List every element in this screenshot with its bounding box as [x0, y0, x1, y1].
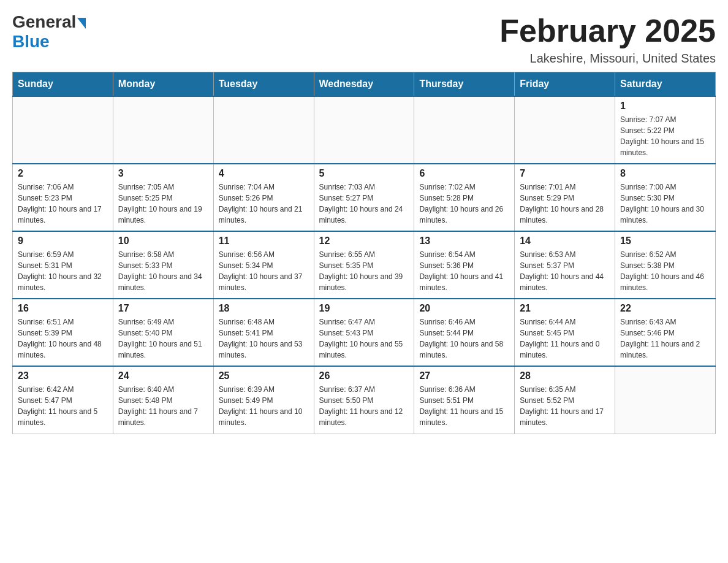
day-number: 19	[319, 303, 409, 314]
day-number: 12	[319, 236, 409, 247]
calendar-cell: 2Sunrise: 7:06 AMSunset: 5:23 PMDaylight…	[13, 164, 113, 231]
header-saturday: Saturday	[615, 72, 716, 97]
day-sun-info: Sunrise: 7:02 AMSunset: 5:28 PMDaylight:…	[419, 182, 509, 226]
calendar-cell: 22Sunrise: 6:43 AMSunset: 5:46 PMDayligh…	[615, 299, 716, 366]
calendar-cell: 13Sunrise: 6:54 AMSunset: 5:36 PMDayligh…	[414, 231, 515, 299]
day-number: 25	[219, 370, 309, 381]
calendar-cell: 14Sunrise: 6:53 AMSunset: 5:37 PMDayligh…	[515, 231, 615, 299]
calendar-cell: 3Sunrise: 7:05 AMSunset: 5:25 PMDaylight…	[113, 164, 213, 231]
day-number: 8	[620, 168, 710, 179]
day-sun-info: Sunrise: 6:36 AMSunset: 5:51 PMDaylight:…	[419, 384, 509, 428]
calendar-cell: 6Sunrise: 7:02 AMSunset: 5:28 PMDaylight…	[414, 164, 515, 231]
day-number: 24	[118, 370, 208, 381]
calendar-cell: 27Sunrise: 6:36 AMSunset: 5:51 PMDayligh…	[414, 366, 515, 434]
calendar-cell: 25Sunrise: 6:39 AMSunset: 5:49 PMDayligh…	[213, 366, 314, 434]
calendar-week-2: 2Sunrise: 7:06 AMSunset: 5:23 PMDaylight…	[13, 164, 716, 231]
calendar-cell: 7Sunrise: 7:01 AMSunset: 5:29 PMDaylight…	[515, 164, 615, 231]
day-number: 20	[419, 303, 509, 314]
calendar-cell: 21Sunrise: 6:44 AMSunset: 5:45 PMDayligh…	[515, 299, 615, 366]
day-sun-info: Sunrise: 7:03 AMSunset: 5:27 PMDaylight:…	[319, 182, 409, 226]
logo-general-text: General	[12, 12, 76, 32]
calendar-cell: 9Sunrise: 6:59 AMSunset: 5:31 PMDaylight…	[13, 231, 113, 299]
header-sunday: Sunday	[13, 72, 113, 97]
day-number: 9	[18, 236, 108, 247]
calendar-week-3: 9Sunrise: 6:59 AMSunset: 5:31 PMDaylight…	[13, 231, 716, 299]
day-sun-info: Sunrise: 7:04 AMSunset: 5:26 PMDaylight:…	[219, 182, 309, 226]
day-sun-info: Sunrise: 6:48 AMSunset: 5:41 PMDaylight:…	[219, 316, 309, 361]
day-sun-info: Sunrise: 6:37 AMSunset: 5:50 PMDaylight:…	[319, 384, 409, 428]
calendar-week-4: 16Sunrise: 6:51 AMSunset: 5:39 PMDayligh…	[13, 299, 716, 366]
day-sun-info: Sunrise: 6:55 AMSunset: 5:35 PMDaylight:…	[319, 249, 409, 293]
calendar-cell: 28Sunrise: 6:35 AMSunset: 5:52 PMDayligh…	[515, 366, 615, 434]
calendar-cell: 8Sunrise: 7:00 AMSunset: 5:30 PMDaylight…	[615, 164, 716, 231]
calendar-cell	[13, 96, 113, 164]
day-number: 14	[520, 236, 610, 247]
day-number: 21	[520, 303, 610, 314]
day-sun-info: Sunrise: 6:40 AMSunset: 5:48 PMDaylight:…	[118, 384, 208, 428]
day-sun-info: Sunrise: 6:51 AMSunset: 5:39 PMDaylight:…	[18, 316, 108, 361]
calendar-week-5: 23Sunrise: 6:42 AMSunset: 5:47 PMDayligh…	[13, 366, 716, 434]
day-number: 11	[219, 236, 309, 247]
calendar-week-1: 1Sunrise: 7:07 AMSunset: 5:22 PMDaylight…	[13, 96, 716, 164]
calendar-cell: 20Sunrise: 6:46 AMSunset: 5:44 PMDayligh…	[414, 299, 515, 366]
day-sun-info: Sunrise: 6:44 AMSunset: 5:45 PMDaylight:…	[520, 316, 610, 361]
day-number: 2	[18, 168, 108, 179]
day-sun-info: Sunrise: 6:49 AMSunset: 5:40 PMDaylight:…	[118, 316, 208, 361]
day-number: 13	[419, 236, 509, 247]
header-wednesday: Wednesday	[314, 72, 414, 97]
header-friday: Friday	[515, 72, 615, 97]
day-number: 1	[620, 101, 710, 112]
day-sun-info: Sunrise: 6:39 AMSunset: 5:49 PMDaylight:…	[219, 384, 309, 428]
calendar-table: SundayMondayTuesdayWednesdayThursdayFrid…	[12, 72, 716, 434]
calendar-cell: 26Sunrise: 6:37 AMSunset: 5:50 PMDayligh…	[314, 366, 414, 434]
header-thursday: Thursday	[414, 72, 515, 97]
day-number: 28	[520, 370, 610, 381]
calendar-cell: 17Sunrise: 6:49 AMSunset: 5:40 PMDayligh…	[113, 299, 213, 366]
day-number: 27	[419, 370, 509, 381]
calendar-cell: 5Sunrise: 7:03 AMSunset: 5:27 PMDaylight…	[314, 164, 414, 231]
day-sun-info: Sunrise: 7:06 AMSunset: 5:23 PMDaylight:…	[18, 182, 108, 226]
day-sun-info: Sunrise: 7:05 AMSunset: 5:25 PMDaylight:…	[118, 182, 208, 226]
day-number: 6	[419, 168, 509, 179]
day-sun-info: Sunrise: 6:58 AMSunset: 5:33 PMDaylight:…	[118, 249, 208, 293]
day-sun-info: Sunrise: 6:43 AMSunset: 5:46 PMDaylight:…	[620, 316, 710, 361]
day-sun-info: Sunrise: 6:53 AMSunset: 5:37 PMDaylight:…	[520, 249, 610, 293]
title-area: February 2025 Lakeshire, Missouri, Unite…	[499, 12, 716, 66]
calendar-cell: 18Sunrise: 6:48 AMSunset: 5:41 PMDayligh…	[213, 299, 314, 366]
calendar-header-row: SundayMondayTuesdayWednesdayThursdayFrid…	[13, 72, 716, 97]
day-sun-info: Sunrise: 6:59 AMSunset: 5:31 PMDaylight:…	[18, 249, 108, 293]
logo-arrow-icon	[77, 18, 86, 29]
header-tuesday: Tuesday	[213, 72, 314, 97]
day-number: 4	[219, 168, 309, 179]
calendar-cell: 23Sunrise: 6:42 AMSunset: 5:47 PMDayligh…	[13, 366, 113, 434]
day-number: 7	[520, 168, 610, 179]
day-number: 23	[18, 370, 108, 381]
day-sun-info: Sunrise: 6:56 AMSunset: 5:34 PMDaylight:…	[219, 249, 309, 293]
day-number: 18	[219, 303, 309, 314]
day-number: 17	[118, 303, 208, 314]
calendar-cell	[515, 96, 615, 164]
calendar-cell: 10Sunrise: 6:58 AMSunset: 5:33 PMDayligh…	[113, 231, 213, 299]
logo-blue-text: Blue	[12, 32, 50, 51]
day-sun-info: Sunrise: 7:01 AMSunset: 5:29 PMDaylight:…	[520, 182, 610, 226]
day-sun-info: Sunrise: 6:35 AMSunset: 5:52 PMDaylight:…	[520, 384, 610, 428]
day-number: 10	[118, 236, 208, 247]
calendar-cell: 19Sunrise: 6:47 AMSunset: 5:43 PMDayligh…	[314, 299, 414, 366]
calendar-cell: 24Sunrise: 6:40 AMSunset: 5:48 PMDayligh…	[113, 366, 213, 434]
day-sun-info: Sunrise: 7:07 AMSunset: 5:22 PMDaylight:…	[620, 114, 710, 158]
calendar-cell	[314, 96, 414, 164]
calendar-cell	[615, 366, 716, 434]
day-sun-info: Sunrise: 6:42 AMSunset: 5:47 PMDaylight:…	[18, 384, 108, 428]
calendar-cell: 16Sunrise: 6:51 AMSunset: 5:39 PMDayligh…	[13, 299, 113, 366]
day-number: 26	[319, 370, 409, 381]
day-number: 3	[118, 168, 208, 179]
calendar-cell: 11Sunrise: 6:56 AMSunset: 5:34 PMDayligh…	[213, 231, 314, 299]
day-sun-info: Sunrise: 6:46 AMSunset: 5:44 PMDaylight:…	[419, 316, 509, 361]
page-header: General Blue February 2025 Lakeshire, Mi…	[12, 12, 716, 66]
calendar-cell: 15Sunrise: 6:52 AMSunset: 5:38 PMDayligh…	[615, 231, 716, 299]
calendar-cell: 4Sunrise: 7:04 AMSunset: 5:26 PMDaylight…	[213, 164, 314, 231]
calendar-cell	[414, 96, 515, 164]
logo: General Blue	[12, 12, 87, 52]
day-number: 15	[620, 236, 710, 247]
location-subtitle: Lakeshire, Missouri, United States	[499, 52, 716, 66]
